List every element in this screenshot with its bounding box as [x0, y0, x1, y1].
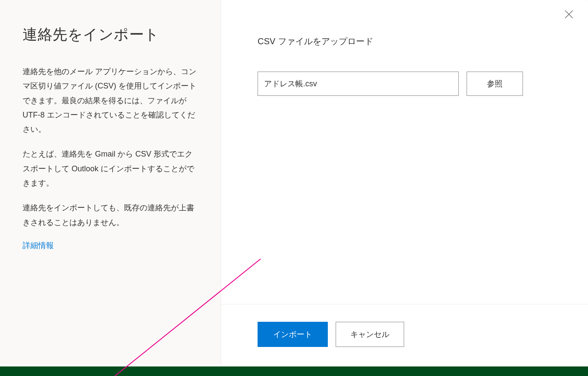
info-paragraph-1: 連絡先を他のメール アプリケーションから、コンマ区切り値ファイル (CSV) を… — [23, 65, 199, 137]
bottom-bar — [0, 366, 588, 376]
upload-panel: CSV ファイルをアップロード 参照 インポート キャンセル — [221, 0, 588, 364]
main-content: CSV ファイルをアップロード 参照 — [221, 0, 588, 304]
more-info-link[interactable]: 詳細情報 — [23, 241, 54, 250]
info-paragraph-3: 連絡先をインポートしても、既存の連絡先が上書きされることはありません。 — [23, 201, 199, 230]
dialog-title: 連絡先をインポート — [23, 25, 199, 45]
import-button[interactable]: インポート — [258, 322, 328, 347]
browse-button[interactable]: 参照 — [467, 72, 523, 96]
upload-section-title: CSV ファイルをアップロード — [258, 36, 552, 47]
import-contacts-dialog: 連絡先をインポート 連絡先を他のメール アプリケーションから、コンマ区切り値ファ… — [0, 0, 588, 364]
dialog-footer: インポート キャンセル — [221, 304, 588, 364]
file-input-row: 参照 — [258, 72, 552, 96]
file-path-input[interactable] — [258, 72, 459, 96]
info-paragraph-2: たとえば、連絡先を Gmail から CSV 形式でエクスポートして Outlo… — [23, 147, 199, 190]
info-panel: 連絡先をインポート 連絡先を他のメール アプリケーションから、コンマ区切り値ファ… — [0, 0, 221, 364]
cancel-button[interactable]: キャンセル — [336, 322, 404, 347]
close-icon — [565, 10, 573, 20]
close-button[interactable] — [562, 8, 576, 22]
